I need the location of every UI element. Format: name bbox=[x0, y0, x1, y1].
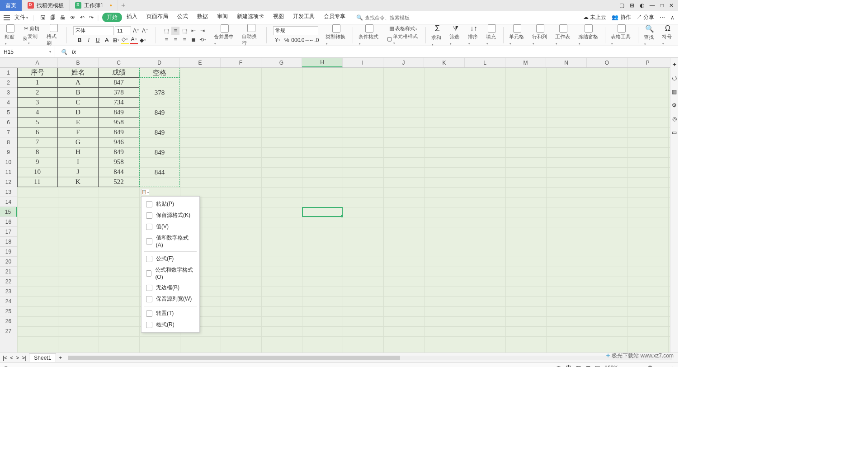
sheet-next-icon[interactable]: > bbox=[16, 355, 19, 361]
col-header-E[interactable]: E bbox=[180, 58, 221, 67]
ctx-item[interactable]: 转置(T) bbox=[142, 308, 199, 319]
ctx-item[interactable]: 值和数字格式(A) bbox=[142, 232, 199, 250]
name-box[interactable]: H15 bbox=[0, 46, 55, 57]
col-header-B[interactable]: B bbox=[58, 58, 99, 67]
menu-tab-1[interactable]: 插入 bbox=[122, 13, 142, 22]
zoom-out-button[interactable]: − bbox=[623, 365, 626, 367]
add-sheet-button[interactable]: + bbox=[59, 355, 62, 361]
dec-dec-icon[interactable]: ←.0 bbox=[310, 36, 318, 44]
row-header-20[interactable]: 20 bbox=[0, 257, 17, 267]
row-header-15[interactable]: 15 bbox=[0, 207, 17, 217]
row-header-14[interactable]: 14 bbox=[0, 197, 17, 207]
currency-icon[interactable]: ¥ bbox=[274, 36, 282, 44]
row-header-24[interactable]: 24 bbox=[0, 296, 17, 306]
table-cell[interactable]: A bbox=[58, 78, 99, 88]
percent-icon[interactable]: % bbox=[283, 36, 291, 44]
table-cell[interactable]: 849 bbox=[99, 127, 139, 137]
col-header-M[interactable]: M bbox=[505, 58, 546, 67]
align-mid-icon[interactable]: ≡ bbox=[171, 27, 179, 35]
table-cell[interactable]: 378 bbox=[99, 88, 139, 98]
menu-tab-8[interactable]: 开发工具 bbox=[288, 13, 319, 22]
wrap-button[interactable]: 自动换行 bbox=[240, 24, 263, 47]
table-cell[interactable]: D bbox=[58, 108, 99, 118]
save-as-icon[interactable]: 🗐 bbox=[50, 14, 56, 21]
tblstyle-icon[interactable]: ▦ bbox=[389, 25, 394, 32]
menu-tab-4[interactable]: 数据 bbox=[193, 13, 212, 22]
tab-workbook[interactable]: 工作簿1• bbox=[70, 0, 118, 11]
sort-button[interactable]: ↓↑排序 bbox=[466, 24, 481, 46]
symbol-button[interactable]: Ω符号 bbox=[660, 24, 675, 46]
cut-label[interactable]: 剪切 bbox=[29, 25, 39, 32]
row-header-13[interactable]: 13 bbox=[0, 187, 17, 197]
table-cell[interactable]: 849 bbox=[99, 147, 139, 157]
row-header-25[interactable]: 25 bbox=[0, 306, 17, 316]
grid-icon[interactable]: ⊞ bbox=[630, 2, 634, 9]
highlight-button[interactable]: ◆ bbox=[139, 36, 147, 44]
row-header-27[interactable]: 27 bbox=[0, 326, 17, 336]
layout-icon[interactable]: ▢ bbox=[619, 2, 624, 9]
chevron-icon[interactable]: ∧ bbox=[670, 14, 675, 21]
select-all-corner[interactable] bbox=[0, 58, 17, 68]
row-header-6[interactable]: 6 bbox=[0, 118, 17, 127]
font-color-button[interactable]: A bbox=[130, 36, 138, 44]
row-header-17[interactable]: 17 bbox=[0, 227, 17, 237]
side-pane-icon[interactable]: ▥ bbox=[672, 89, 677, 95]
user-icon[interactable]: ◐ bbox=[640, 2, 644, 9]
table-cell[interactable]: 849 bbox=[99, 108, 139, 118]
cut-icon[interactable]: ✂ bbox=[24, 25, 28, 32]
table-cell[interactable]: C bbox=[58, 98, 99, 108]
menu-tab-5[interactable]: 审阅 bbox=[212, 13, 232, 22]
align-left-icon[interactable]: ≡ bbox=[162, 36, 170, 44]
table-cell[interactable]: 6 bbox=[17, 127, 58, 137]
table-cell[interactable]: 3 bbox=[17, 98, 58, 108]
col-header-C[interactable]: C bbox=[99, 58, 139, 67]
rowcol-button[interactable]: 行和列 bbox=[530, 24, 551, 46]
inc-font-icon[interactable]: A⁺ bbox=[132, 27, 140, 35]
hamburger-icon[interactable] bbox=[4, 15, 10, 20]
row-header-12[interactable]: 12 bbox=[0, 177, 17, 187]
ctx-item[interactable]: 粘贴(P) bbox=[142, 198, 199, 210]
sheet-prev-icon[interactable]: < bbox=[10, 355, 13, 361]
col-header-L[interactable]: L bbox=[465, 58, 505, 67]
comma-icon[interactable]: 000 bbox=[292, 36, 300, 44]
row-header-23[interactable]: 23 bbox=[0, 287, 17, 296]
table-header[interactable]: 序号 bbox=[17, 68, 58, 78]
add-tab-button[interactable]: + bbox=[118, 0, 129, 11]
menu-tab-7[interactable]: 视图 bbox=[269, 13, 288, 22]
ctx-item[interactable]: 保留源列宽(W) bbox=[142, 293, 199, 305]
minimize-button[interactable]: — bbox=[650, 2, 655, 9]
table-cell[interactable]: J bbox=[58, 167, 99, 177]
cell-button[interactable]: 单元格 bbox=[507, 24, 528, 46]
tbltool-button[interactable]: 表格工具 bbox=[609, 24, 634, 46]
maximize-button[interactable]: □ bbox=[660, 2, 664, 9]
side-doc-icon[interactable]: ▭ bbox=[672, 129, 677, 136]
menu-tab-3[interactable]: 公式 bbox=[173, 13, 193, 22]
size-select[interactable] bbox=[115, 26, 131, 35]
hscrollbar[interactable] bbox=[68, 356, 672, 360]
copy-icon[interactable]: ⎘ bbox=[24, 36, 27, 42]
row-header-2[interactable]: 2 bbox=[0, 78, 17, 88]
col-header-O[interactable]: O bbox=[587, 58, 627, 67]
col-header-F[interactable]: F bbox=[221, 58, 261, 67]
col-header-K[interactable]: K bbox=[424, 58, 465, 67]
tab-docer[interactable]: 找稻壳模板 bbox=[22, 0, 70, 11]
table-cell[interactable]: B bbox=[58, 88, 99, 98]
table-cell[interactable]: 847 bbox=[99, 78, 139, 88]
sheet-button[interactable]: 工作表 bbox=[553, 24, 574, 46]
row-header-26[interactable]: 26 bbox=[0, 316, 17, 326]
ime-indicator[interactable]: 中 bbox=[566, 364, 571, 367]
view-normal-icon[interactable]: ▦ bbox=[576, 365, 581, 367]
freeze-button[interactable]: 冻结窗格 bbox=[576, 24, 602, 46]
close-button[interactable]: ✕ bbox=[669, 2, 674, 9]
col-header-I[interactable]: I bbox=[343, 58, 383, 67]
table-cell[interactable]: F bbox=[58, 127, 99, 137]
side-set-icon[interactable]: ⚙ bbox=[672, 102, 677, 108]
row-header-1[interactable]: 1 bbox=[0, 68, 17, 78]
table-cell[interactable]: 734 bbox=[99, 98, 139, 108]
view-page-icon[interactable]: ▥ bbox=[585, 365, 590, 367]
align-bot-icon[interactable]: ⬚ bbox=[180, 27, 189, 35]
table-cell[interactable]: 8 bbox=[17, 147, 58, 157]
eye-icon[interactable]: 👁 bbox=[556, 365, 561, 367]
paste-options-menu[interactable]: 粘贴(P)保留源格式(K)值(V)值和数字格式(A)公式(F)公式和数字格式(O… bbox=[141, 196, 200, 333]
side-spark-icon[interactable]: ✦ bbox=[672, 61, 677, 68]
